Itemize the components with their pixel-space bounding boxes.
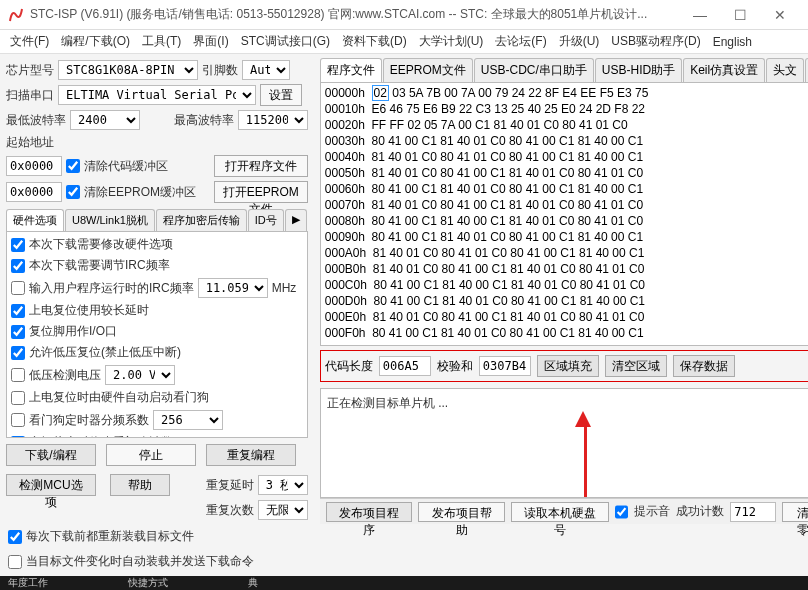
hex-line: 00040h 81 40 01 C0 80 41 01 C0 80 41 00 … <box>325 149 808 165</box>
reset-count-button[interactable]: 清零 <box>782 502 808 522</box>
minimize-button[interactable]: — <box>680 1 720 29</box>
repeat-delay-select[interactable]: 3 秒 <box>258 475 308 495</box>
option-label: 看门狗定时器分频系数 <box>29 412 149 429</box>
tab-usb-hid[interactable]: USB-HID助手 <box>595 58 682 82</box>
tab-program-file[interactable]: 程序文件 <box>320 58 382 82</box>
read-disk-id-button[interactable]: 读取本机硬盘号 <box>511 502 609 522</box>
repeat-count-label: 重复次数 <box>206 502 254 519</box>
port-settings-button[interactable]: 设置 <box>260 84 302 106</box>
max-baud-label: 最高波特率 <box>174 112 234 129</box>
area-fill-button[interactable]: 区域填充 <box>537 355 599 377</box>
option-value-select[interactable]: 11.0592 <box>198 278 268 298</box>
repeat-delay-label: 重复延时 <box>206 477 254 494</box>
clear-area-button[interactable]: 清空区域 <box>605 355 667 377</box>
max-baud-select[interactable]: 115200 <box>238 110 308 130</box>
menu-university[interactable]: 大学计划(U) <box>413 33 490 50</box>
tab-header[interactable]: 头文 <box>766 58 804 82</box>
repeat-program-button[interactable]: 重复编程 <box>206 444 296 466</box>
publish-help-button[interactable]: 发布项目帮助 <box>418 502 505 522</box>
menu-interface[interactable]: 界面(I) <box>187 33 234 50</box>
option-checkbox[interactable] <box>11 281 25 295</box>
taskbar: 年度工作 快捷方式 典 <box>0 576 808 590</box>
chip-type-label: 芯片型号 <box>6 62 54 79</box>
option-checkbox[interactable] <box>11 436 25 439</box>
tab-u8w-link[interactable]: U8W/Link1脱机 <box>65 209 155 231</box>
option-value-select[interactable]: 2.00 V <box>105 365 175 385</box>
hex-viewer[interactable]: 00000h 02 03 5A 7B 00 7A 00 79 24 22 8F … <box>320 82 808 346</box>
chip-type-select[interactable]: STC8G1K08A-8PIN <box>58 60 198 80</box>
tab-encrypt[interactable]: 程序加密后传输 <box>156 209 247 231</box>
open-eeprom-file-button[interactable]: 打开EEPROM文件 <box>214 181 308 203</box>
option-label: 上电复位时由硬件自动启动看门狗 <box>29 389 209 406</box>
download-program-button[interactable]: 下载/编程 <box>6 444 96 466</box>
open-program-file-button[interactable]: 打开程序文件 <box>214 155 308 177</box>
clear-code-checkbox[interactable] <box>66 159 80 173</box>
option-row: 本次下载需要修改硬件选项 <box>9 234 305 255</box>
bottom-bar: 发布项目程序 发布项目帮助 读取本机硬盘号 提示音 成功计数 清零 <box>320 498 808 524</box>
option-value-select[interactable]: 256 <box>153 410 223 430</box>
pin-count-select[interactable]: Auto <box>242 60 290 80</box>
option-checkbox[interactable] <box>11 325 25 339</box>
option-checkbox[interactable] <box>11 259 25 273</box>
log-area[interactable]: 正在检测目标单片机 ... <box>320 388 808 498</box>
tab-usb-cdc[interactable]: USB-CDC/串口助手 <box>474 58 594 82</box>
option-checkbox[interactable] <box>11 413 25 427</box>
taskbar-item-2: 快捷方式 <box>128 576 168 590</box>
beep-checkbox[interactable] <box>615 505 628 519</box>
option-checkbox[interactable] <box>11 368 25 382</box>
menu-file[interactable]: 文件(F) <box>4 33 55 50</box>
taskbar-item-3: 典 <box>248 576 258 590</box>
checksum-input[interactable] <box>479 356 531 376</box>
checksum-label: 校验和 <box>437 358 473 375</box>
hex-line: 000C0h 80 41 00 C1 81 40 00 C1 81 40 01 … <box>325 277 808 293</box>
menu-download-res[interactable]: 资料下载(D) <box>336 33 413 50</box>
menu-upgrade[interactable]: 升级(U) <box>553 33 606 50</box>
menu-program[interactable]: 编程/下载(O) <box>55 33 136 50</box>
hex-line: 000E0h 81 40 01 C0 80 41 00 C1 81 40 01 … <box>325 309 808 325</box>
repeat-count-select[interactable]: 无限 <box>258 500 308 520</box>
auto-reload-on-change-checkbox[interactable] <box>8 555 22 569</box>
success-count-input[interactable] <box>730 502 776 522</box>
menu-usb-driver[interactable]: USB驱动程序(D) <box>605 33 706 50</box>
code-addr-input[interactable] <box>6 156 62 176</box>
option-label: 本次下载需要修改硬件选项 <box>29 236 173 253</box>
reload-before-download-label: 每次下载前都重新装载目标文件 <box>26 528 194 545</box>
maximize-button[interactable]: ☐ <box>720 1 760 29</box>
option-checkbox[interactable] <box>11 391 25 405</box>
eeprom-addr-input[interactable] <box>6 182 62 202</box>
menu-tools[interactable]: 工具(T) <box>136 33 187 50</box>
tab-id[interactable]: ID号 <box>248 209 284 231</box>
code-length-input[interactable] <box>379 356 431 376</box>
clear-eeprom-checkbox[interactable] <box>66 185 80 199</box>
tab-keil[interactable]: Keil仿真设置 <box>683 58 765 82</box>
detect-mcu-button[interactable]: 检测MCU选项 <box>6 474 96 496</box>
help-button[interactable]: 帮助 <box>110 474 170 496</box>
hex-line: 000B0h 81 40 01 C0 80 41 00 C1 81 40 01 … <box>325 261 808 277</box>
option-label: 复位脚用作I/O口 <box>29 323 117 340</box>
reload-before-download-checkbox[interactable] <box>8 530 22 544</box>
save-data-button[interactable]: 保存数据 <box>673 355 735 377</box>
menu-forum[interactable]: 去论坛(F) <box>489 33 552 50</box>
option-row: 空闲状态时停止看门狗计数 <box>9 432 305 438</box>
com-port-select[interactable]: ELTIMA Virtual Serial Port (CO <box>58 85 256 105</box>
option-row: 输入用户程序运行时的IRC频率11.0592MHz <box>9 276 305 300</box>
tab-more-right[interactable]: ▶ <box>285 209 307 231</box>
option-row: 上电复位使用较长延时 <box>9 300 305 321</box>
option-checkbox[interactable] <box>11 346 25 360</box>
stop-button[interactable]: 停止 <box>106 444 196 466</box>
taskbar-item-1: 年度工作 <box>8 576 48 590</box>
hex-line: 00070h 81 40 01 C0 80 41 00 C1 81 40 01 … <box>325 197 808 213</box>
option-checkbox[interactable] <box>11 304 25 318</box>
min-baud-select[interactable]: 2400 <box>70 110 140 130</box>
menu-english[interactable]: English <box>707 35 758 49</box>
close-button[interactable]: ✕ <box>760 1 800 29</box>
hardware-options-list[interactable]: 本次下载需要修改硬件选项本次下载需要调节IRC频率输入用户程序运行时的IRC频率… <box>6 232 308 438</box>
option-checkbox[interactable] <box>11 238 25 252</box>
tab-eeprom-file[interactable]: EEPROM文件 <box>383 58 473 82</box>
publish-program-button[interactable]: 发布项目程序 <box>326 502 413 522</box>
tab-hw-options[interactable]: 硬件选项 <box>6 209 64 231</box>
option-unit: MHz <box>272 281 297 295</box>
hex-line: 00060h 80 41 00 C1 81 40 01 C0 80 41 00 … <box>325 181 808 197</box>
menu-stc-debug[interactable]: STC调试接口(G) <box>235 33 336 50</box>
scan-port-label: 扫描串口 <box>6 87 54 104</box>
